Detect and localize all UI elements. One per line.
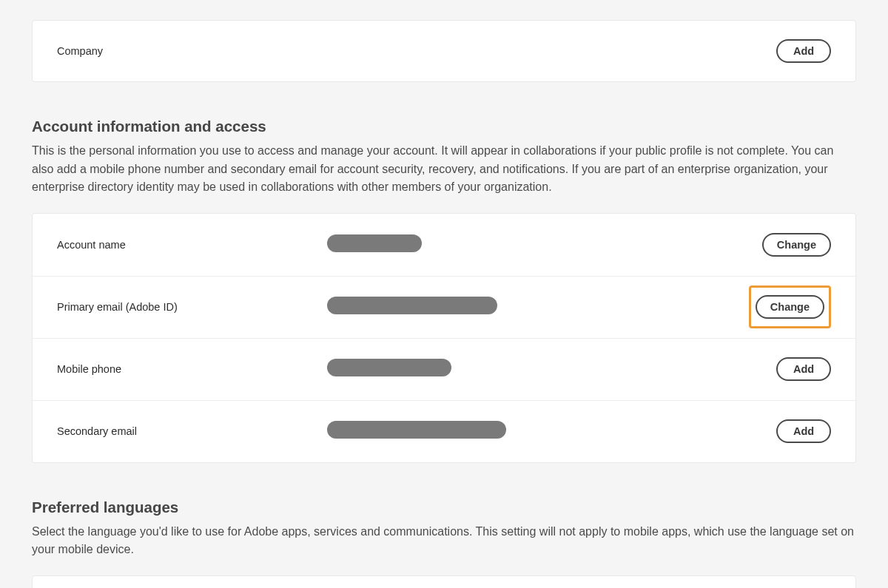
languages-card	[32, 575, 856, 589]
account-section-title: Account information and access	[32, 118, 856, 135]
mobile-phone-add-button[interactable]: Add	[776, 357, 831, 381]
mobile-phone-value	[327, 359, 776, 379]
secondary-email-label: Secondary email	[57, 425, 327, 437]
company-add-button[interactable]: Add	[776, 39, 831, 63]
secondary-email-add-button[interactable]: Add	[776, 419, 831, 443]
secondary-email-value	[327, 421, 776, 442]
primary-email-row: Primary email (Adobe ID) Change	[33, 276, 855, 338]
languages-section-description: Select the language you'd like to use fo…	[32, 523, 856, 559]
account-name-label: Account name	[57, 239, 327, 251]
languages-section-title: Preferred languages	[32, 499, 856, 516]
company-card: Company Add	[32, 20, 856, 82]
highlight-indicator: Change	[749, 285, 831, 328]
primary-email-value	[327, 297, 749, 317]
secondary-email-row: Secondary email Add	[33, 400, 855, 462]
account-name-value	[327, 234, 762, 255]
mobile-phone-row: Mobile phone Add	[33, 338, 855, 400]
account-section-description: This is the personal information you use…	[32, 142, 856, 197]
account-name-row: Account name Change	[33, 214, 855, 276]
redacted-pill	[327, 421, 506, 439]
primary-email-label: Primary email (Adobe ID)	[57, 301, 327, 313]
account-name-change-button[interactable]: Change	[762, 233, 831, 257]
mobile-phone-label: Mobile phone	[57, 363, 327, 375]
redacted-pill	[327, 359, 451, 376]
redacted-pill	[327, 234, 422, 252]
company-row: Company Add	[33, 21, 855, 81]
account-card: Account name Change Primary email (Adobe…	[32, 213, 856, 463]
company-label: Company	[57, 45, 327, 57]
redacted-pill	[327, 297, 497, 314]
primary-email-change-button[interactable]: Change	[756, 295, 824, 319]
